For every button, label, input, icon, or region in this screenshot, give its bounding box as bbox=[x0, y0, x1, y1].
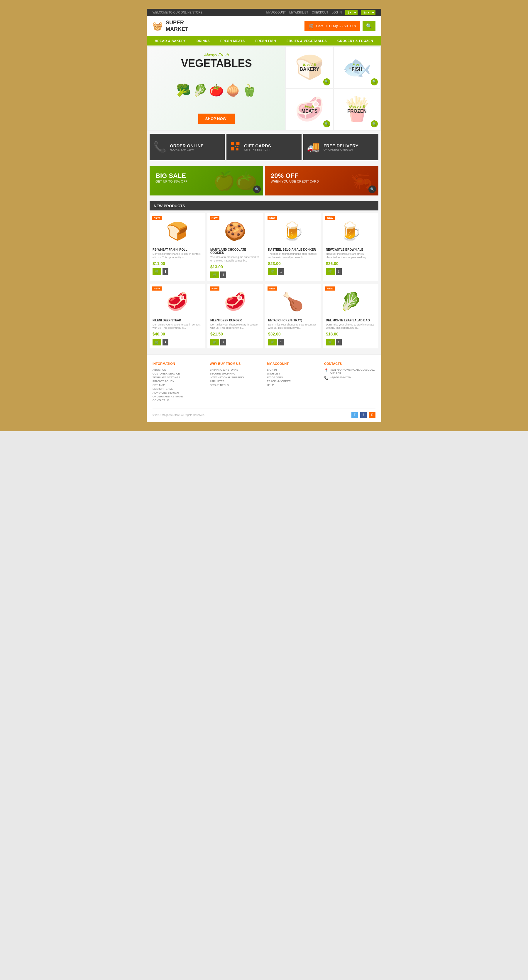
nav-fruits-vegetables[interactable]: FRUITS & VEGETABLES bbox=[281, 36, 332, 46]
product-badge-2: NEW bbox=[268, 216, 277, 220]
product-info-btn-7[interactable]: ℹ bbox=[336, 339, 342, 345]
product-info-btn-1[interactable]: ℹ bbox=[220, 272, 226, 278]
cart-button[interactable]: 🛒 Cart 0 ITEM(S) - $0.00 ▾ bbox=[304, 21, 360, 31]
feature-delivery-subtitle: ON ORDERS OVER $99 bbox=[323, 148, 358, 151]
footer: INFORMATION ABOUT US CUSTOMER SERVICE TE… bbox=[147, 354, 381, 422]
product-price-5: $21.50 bbox=[210, 332, 260, 336]
currency-selector[interactable]: $ ▾ bbox=[345, 10, 358, 15]
feature-free-delivery[interactable]: 🚚 FREE DELIVERY ON ORDERS OVER $99 bbox=[303, 134, 378, 160]
feature-order-online[interactable]: 📞 ORDER ONLINE HOURS: 8AM-11PM bbox=[150, 134, 225, 160]
my-account-link[interactable]: MY ACCOUNT bbox=[266, 11, 286, 14]
footer-link-track-order[interactable]: TRACK MY ORDER bbox=[267, 380, 318, 383]
product-info-btn-0[interactable]: ℹ bbox=[163, 268, 168, 275]
hero-card-meats[interactable]: 🥩 Fresh MEATS 🔍 bbox=[286, 89, 333, 130]
footer-link-advanced-search[interactable]: ADVANCED SEARCH bbox=[152, 391, 204, 394]
footer-link-affiliates[interactable]: AFFILIATES bbox=[210, 380, 261, 383]
product-desc-7: Don't miss your chance to stay in contac… bbox=[326, 323, 376, 330]
add-to-cart-btn-7[interactable]: 🛒 bbox=[326, 339, 335, 345]
product-image-5: 🥩 bbox=[210, 287, 260, 317]
add-to-cart-btn-1[interactable]: 🛒 bbox=[210, 272, 219, 278]
shop-now-button[interactable]: SHOP NOW! bbox=[198, 114, 235, 124]
nav-fresh-meats[interactable]: FRESH MEATS bbox=[215, 36, 250, 46]
product-name-2: KASTEEL BELGIAN ALE DONKER bbox=[268, 248, 318, 251]
hero-card-search-meats[interactable]: 🔍 bbox=[323, 120, 330, 127]
product-name-3: NEWCASTLE BROWN ALE bbox=[326, 248, 376, 251]
footer-link-about-us[interactable]: ABOUT US bbox=[152, 368, 204, 371]
footer-link-contact-us[interactable]: CONTACT US bbox=[152, 399, 204, 402]
feature-gift-cards[interactable]: GIFT CARDS GIVE THE BEST GIFT bbox=[227, 134, 301, 160]
product-info-btn-6[interactable]: ℹ bbox=[278, 339, 284, 345]
footer-col-my-account-title: MY ACCOUNT bbox=[267, 362, 318, 366]
footer-link-search-terms[interactable]: SEARCH TERMS bbox=[152, 387, 204, 390]
footer-link-intl-shipping[interactable]: INTERNATIONAL SHIPPING bbox=[210, 376, 261, 379]
footer-link-site-map[interactable]: SITE MAP bbox=[152, 383, 204, 387]
nav-grocery-frozen[interactable]: GROCERY & FROZEN bbox=[332, 36, 378, 46]
hero-card-title-bakery: Bread & BAKERY bbox=[300, 62, 319, 72]
footer-link-secure-shopping[interactable]: SECURE SHOPPING bbox=[210, 372, 261, 375]
nav-bread-bakery[interactable]: BREAD & BAKERY bbox=[150, 36, 191, 46]
product-price-2: $23.00 bbox=[268, 261, 318, 266]
product-info-btn-3[interactable]: ℹ bbox=[336, 268, 342, 275]
footer-link-privacy-policy[interactable]: PRIVACY POLICY bbox=[152, 380, 204, 383]
footer-link-template-settings[interactable]: TEMPLATE SETTINGS bbox=[152, 376, 204, 379]
add-to-cart-btn-2[interactable]: 🛒 bbox=[268, 268, 277, 275]
checkout-link[interactable]: CHECKOUT bbox=[312, 11, 328, 14]
promo-credit-content: 20% OFF WHEN YOU USE CREDIT CARD bbox=[265, 166, 378, 189]
nav-fresh-fish[interactable]: FRESH FISH bbox=[250, 36, 281, 46]
login-link[interactable]: LOG IN bbox=[332, 11, 342, 14]
feature-delivery-title: FREE DELIVERY bbox=[323, 143, 358, 148]
product-price-0: $11.00 bbox=[152, 261, 202, 266]
footer-link-sign-in[interactable]: SIGN IN bbox=[267, 368, 318, 371]
footer-link-group-deals[interactable]: GROUP DEALS bbox=[210, 383, 261, 387]
product-name-5: FILENI BEEF BURGER bbox=[210, 319, 260, 322]
footer-link-wish-list[interactable]: WISH LIST bbox=[267, 372, 318, 375]
product-info-btn-2[interactable]: ℹ bbox=[278, 268, 284, 275]
delivery-truck-icon: 🚚 bbox=[307, 141, 320, 153]
product-name-1: MARYLAND CHOCOLATE COOKIES bbox=[210, 248, 260, 255]
twitter-icon[interactable]: T bbox=[351, 412, 358, 418]
product-badge-6: NEW bbox=[268, 286, 277, 291]
facebook-icon[interactable]: f bbox=[360, 412, 367, 418]
language-selector[interactable]: En ▾ bbox=[361, 10, 376, 15]
search-button[interactable]: 🔍 bbox=[363, 21, 376, 31]
footer-link-orders-returns[interactable]: ORDERS AND RETURNS bbox=[152, 395, 204, 398]
promo-credit-title: 20% OFF bbox=[271, 172, 373, 180]
hero-card-bakery[interactable]: 🍞 Bread & BAKERY 🔍 bbox=[286, 47, 333, 88]
footer-link-customer-service[interactable]: CUSTOMER SERVICE bbox=[152, 372, 204, 375]
logo[interactable]: 🧺 SUPER MARKET bbox=[152, 20, 188, 32]
product-desc-4: Don't miss your chance to stay in contac… bbox=[152, 323, 202, 330]
svg-rect-1 bbox=[236, 142, 239, 145]
product-card-7: NEW 🥬 DEL MONTE LEAF SALAD BAG Don't mis… bbox=[323, 284, 378, 348]
hero-card-title-meats: Fresh MEATS bbox=[301, 105, 318, 114]
product-info-btn-4[interactable]: ℹ bbox=[163, 339, 168, 345]
hero-card-grocery[interactable]: 🍟 Grocery & FROZEN 🔍 bbox=[334, 89, 380, 130]
hero-main-banner: Always Fresh VEGETABLES 🥦 🥬 🍅 🧅 🫑 SHOP N… bbox=[148, 47, 285, 130]
hero-card-search-fish[interactable]: 🔍 bbox=[371, 78, 378, 86]
top-bar: WELCOME TO OUR ONLINE STORE MY ACCOUNT M… bbox=[147, 9, 381, 16]
footer-col-contacts: CONTACTS 📍 4321 NARROWS ROAD, GLASGOW, G… bbox=[324, 362, 376, 402]
footer-link-my-orders[interactable]: MY ORDERS bbox=[267, 376, 318, 379]
footer-link-help[interactable]: HELP bbox=[267, 383, 318, 387]
promo-credit-subtitle: WHEN YOU USE CREDIT CARD bbox=[271, 180, 373, 183]
product-info-btn-5[interactable]: ℹ bbox=[220, 339, 226, 345]
feature-gift-title: GIFT CARDS bbox=[244, 143, 271, 148]
footer-link-shipping-returns[interactable]: SHIPPING & RETURNS bbox=[210, 368, 261, 371]
promo-banners: BIG SALE GET UP TO 25% OFF 🍎🍅 🔍 20% OFF … bbox=[147, 163, 381, 199]
add-to-cart-btn-3[interactable]: 🛒 bbox=[326, 268, 335, 275]
product-card-2: NEW 🍺 KASTEEL BELGIAN ALE DONKER The ide… bbox=[265, 213, 320, 281]
add-to-cart-btn-5[interactable]: 🛒 bbox=[210, 339, 219, 345]
promo-big-sale[interactable]: BIG SALE GET UP TO 25% OFF 🍎🍅 🔍 bbox=[150, 166, 263, 196]
add-to-cart-btn-4[interactable]: 🛒 bbox=[152, 339, 161, 345]
product-badge-5: NEW bbox=[210, 286, 219, 291]
my-wishlist-link[interactable]: MY WISHLIST bbox=[289, 11, 308, 14]
promo-credit-card[interactable]: 20% OFF WHEN YOU USE CREDIT CARD 🦐 🔍 bbox=[265, 166, 378, 196]
hero-card-fish[interactable]: 🐟 Fresh FISH 🔍 bbox=[334, 47, 380, 88]
product-price-3: $26.00 bbox=[326, 261, 376, 266]
hero-card-search-bakery[interactable]: 🔍 bbox=[323, 78, 330, 86]
add-to-cart-btn-0[interactable]: 🛒 bbox=[152, 268, 161, 275]
hero-card-search-grocery[interactable]: 🔍 bbox=[371, 120, 378, 127]
nav-drinks[interactable]: DRINKS bbox=[191, 36, 215, 46]
add-to-cart-btn-6[interactable]: 🛒 bbox=[268, 339, 277, 345]
rss-icon[interactable]: R bbox=[369, 412, 376, 418]
product-desc-2: The idea of representing the supermarket… bbox=[268, 252, 318, 259]
